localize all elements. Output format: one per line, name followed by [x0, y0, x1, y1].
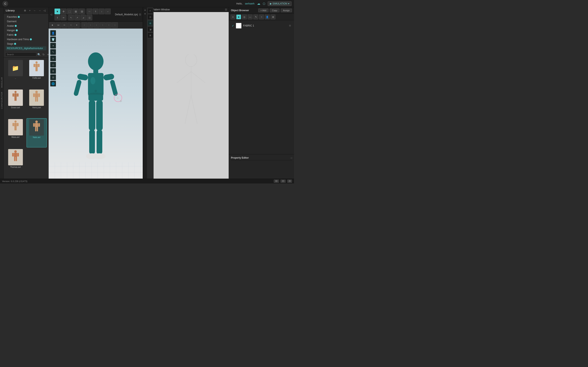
avatar-item-label: Grace.avt: [11, 106, 20, 109]
fabric-gear-icon[interactable]: ⚙: [289, 24, 291, 27]
svg-point-18: [15, 120, 17, 123]
search-icon[interactable]: 🔍: [37, 53, 41, 56]
sidebar-item-garment[interactable]: Garment: [6, 19, 46, 24]
select-rect-btn[interactable]: ⬚: [67, 8, 72, 14]
library-collapse-icon[interactable]: ◁: [43, 8, 46, 12]
pose-tool[interactable]: ✦: [49, 22, 55, 28]
add-button[interactable]: + Add: [258, 8, 268, 12]
sidebar-item-hanger[interactable]: Hanger: [6, 28, 46, 33]
tool-r6[interactable]: ↑: [112, 22, 118, 28]
svg-rect-45: [89, 100, 95, 131]
view-20-btn[interactable]: 20: [287, 180, 292, 183]
ob-settings-tool[interactable]: ⊞: [270, 15, 276, 19]
list-item[interactable]: Feifei.avt: [26, 59, 47, 88]
transform-btn[interactable]: ⊞: [73, 8, 79, 14]
tool14[interactable]: ⊿: [80, 15, 86, 20]
simulation-button[interactable]: ▶ SIMULATION ▾: [268, 1, 292, 6]
cloud-icon[interactable]: ☁: [257, 2, 260, 6]
tool-r3[interactable]: ↑: [94, 22, 99, 28]
nav-left-icon[interactable]: ◁: [50, 13, 52, 16]
hardware-dot: [30, 38, 32, 40]
tool9[interactable]: ↔: [105, 8, 111, 14]
sidebar-item-resources[interactable]: RESOURCES_digitalfashiontutor: [6, 46, 46, 50]
ob-extra-tool[interactable]: ≈: [259, 15, 264, 19]
viewport-3d-expand-icon[interactable]: ⊡: [139, 13, 141, 16]
svg-point-12: [35, 91, 38, 93]
sidebar-item-stage[interactable]: Stage: [6, 42, 46, 46]
sidebar-item-favorites[interactable]: Favorites: [6, 15, 46, 19]
property-editor-collapse[interactable]: ◁: [290, 157, 292, 159]
tool-r2[interactable]: ↑: [87, 22, 93, 28]
ob-avatar-tool[interactable]: 👤: [265, 15, 270, 19]
clo-icon[interactable]: ⬡: [263, 2, 265, 5]
2d-tool-4[interactable]: ◪: [147, 26, 153, 32]
library-sync-icon[interactable]: ⊕: [23, 8, 27, 12]
left-tool-6[interactable]: ◎: [50, 62, 56, 67]
strip-btn-top[interactable]: ▲: [144, 8, 147, 11]
library-forward-icon[interactable]: →: [38, 8, 42, 12]
fit-tool[interactable]: ⊨: [62, 22, 67, 28]
2d-tool-1[interactable]: ✂: [147, 12, 153, 14]
view-2d-btn[interactable]: 2D: [281, 180, 286, 183]
left-tool-3[interactable]: ✦: [50, 43, 56, 49]
list-item[interactable]: Mara.avt: [5, 118, 26, 147]
tool8[interactable]: ↕: [99, 8, 104, 14]
add-tool-btn[interactable]: ✛: [61, 8, 66, 14]
left-tool-1[interactable]: 👤: [50, 30, 56, 36]
tool7[interactable]: ⇑: [93, 8, 98, 14]
tool6[interactable]: ↑↑: [86, 8, 92, 14]
list-item[interactable]: Grace.avt: [5, 89, 26, 117]
viewport-3d-canvas[interactable]: 👤 👕 ✦ ✎ ≋ ◎ ⊕ ⊞ 🌐: [49, 29, 143, 179]
arrange-btn[interactable]: ⊟: [79, 8, 85, 14]
library-back-icon[interactable]: ←: [33, 8, 36, 12]
ob-3d-view[interactable]: ◎: [242, 15, 247, 19]
assign-button[interactable]: Assign: [281, 8, 292, 12]
2d-tool-2[interactable]: ⊡: [147, 14, 153, 20]
fabric-dot: [15, 34, 17, 36]
detail-tool[interactable]: ✦: [74, 22, 80, 28]
tool11[interactable]: ⇔: [61, 15, 66, 20]
left-tool-8[interactable]: ⊞: [50, 75, 56, 80]
svg-rect-21: [17, 123, 18, 126]
select-tool-btn[interactable]: ▼: [54, 8, 60, 14]
refresh-icon[interactable]: ↻: [42, 53, 45, 56]
ob-fabric-view[interactable]: ■: [236, 15, 241, 19]
ob-pen-tool[interactable]: ✎: [253, 15, 258, 19]
search-input[interactable]: [5, 52, 36, 57]
list-item[interactable]: Thomas.avt: [5, 148, 26, 177]
viewport-2d-canvas[interactable]: [154, 12, 229, 179]
top-bar-right: Hello, serhserh ☁ ⬡ ▶ SIMULATION ▾: [236, 1, 292, 6]
copy-button[interactable]: Copy: [270, 8, 279, 12]
tool15[interactable]: ◫: [86, 15, 92, 20]
edit-tool[interactable]: ⊣: [68, 22, 73, 28]
left-tool-4[interactable]: ✎: [50, 49, 56, 55]
list-item[interactable]: Henry.avt: [26, 89, 47, 117]
list-item[interactable]: 📁 ..: [5, 59, 26, 88]
ob-list-view[interactable]: ≡: [231, 15, 235, 19]
left-tool-2[interactable]: 👕: [50, 36, 56, 42]
sidebar-item-avatar[interactable]: Avatar: [6, 24, 46, 28]
stage-label: Stage: [7, 42, 13, 45]
fabric-item[interactable]: ✓ FABRIC 1 ⚙: [231, 22, 292, 29]
tool13[interactable]: ↗: [74, 15, 80, 20]
sidebar-item-hardware[interactable]: Hardware and Trims: [6, 37, 46, 42]
tool10[interactable]: ⇕: [54, 15, 60, 20]
list-item[interactable]: Nate.avt: [26, 118, 47, 147]
left-tool-5[interactable]: ≋: [50, 55, 56, 61]
strip-btn-bottom[interactable]: ▼: [144, 12, 147, 16]
2d-tool-5[interactable]: ⊞: [147, 33, 153, 38]
viewport-2d-expand-icon[interactable]: ⊡: [225, 8, 227, 11]
left-tool-9[interactable]: 🌐: [50, 81, 56, 86]
measure-tool[interactable]: ✂: [56, 22, 61, 28]
tool-r5[interactable]: ↑: [106, 22, 112, 28]
tool-r1[interactable]: ↑: [81, 22, 87, 28]
sim-chevron: ▾: [288, 2, 289, 5]
ob-line-tool[interactable]: —: [248, 15, 252, 19]
sidebar-item-fabric[interactable]: Fabric: [6, 33, 46, 37]
tool-r4[interactable]: ↑: [100, 22, 105, 28]
2d-tool-3[interactable]: ◎: [147, 20, 153, 26]
library-add-icon[interactable]: +: [28, 8, 32, 12]
view-3d-btn[interactable]: 3D: [274, 180, 279, 183]
tool12[interactable]: ↖: [68, 15, 74, 20]
left-tool-7[interactable]: ⊕: [50, 68, 56, 74]
